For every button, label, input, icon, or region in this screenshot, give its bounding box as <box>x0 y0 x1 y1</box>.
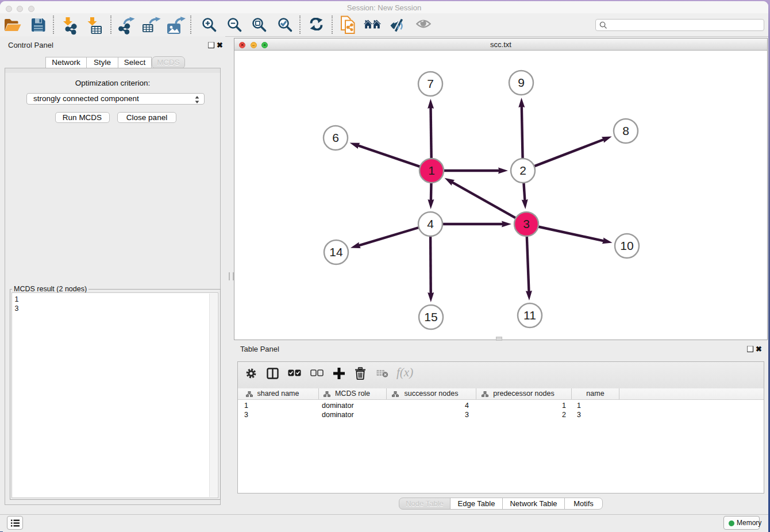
svg-text:14: 14 <box>329 245 343 259</box>
svg-text:8: 8 <box>622 124 629 137</box>
svg-text:7: 7 <box>427 77 434 90</box>
svg-text:3: 3 <box>523 217 530 230</box>
svg-text:11: 11 <box>523 309 536 322</box>
svg-text:15: 15 <box>424 310 437 323</box>
svg-text:1: 1 <box>428 164 435 177</box>
svg-text:6: 6 <box>332 131 339 144</box>
svg-text:4: 4 <box>427 217 434 230</box>
svg-text:2: 2 <box>519 164 526 177</box>
svg-text:10: 10 <box>620 239 633 252</box>
svg-text:9: 9 <box>518 76 525 89</box>
